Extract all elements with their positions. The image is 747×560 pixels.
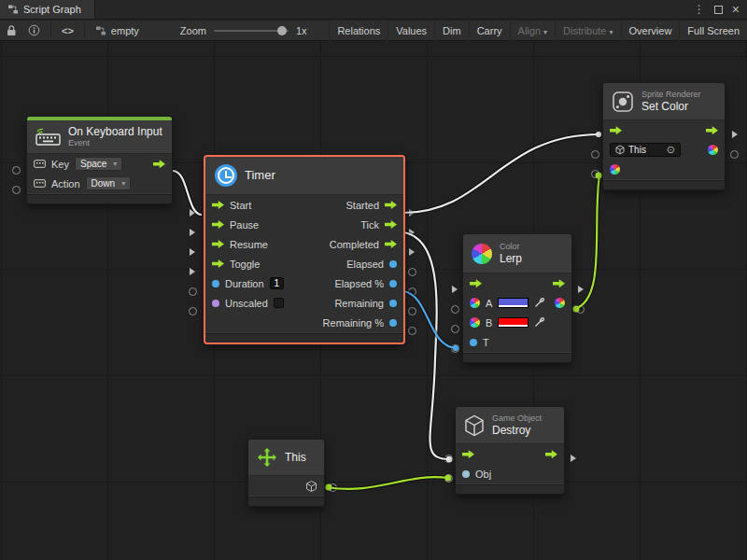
ext-port-timer-toggle[interactable] bbox=[190, 268, 195, 275]
eyedropper-icon[interactable] bbox=[534, 317, 544, 328]
node-timer[interactable]: Timer Start Started Pause Tick Resume Co… bbox=[204, 155, 405, 344]
ext-port-setcolor-out-value[interactable] bbox=[730, 150, 739, 159]
ext-port-timer-elapsed[interactable] bbox=[408, 268, 416, 276]
color-in-port[interactable] bbox=[610, 164, 620, 175]
object-icon bbox=[615, 145, 625, 155]
ext-port-lerp-a[interactable] bbox=[451, 305, 459, 314]
remaining-port[interactable] bbox=[389, 300, 397, 307]
node-category: Sprite Renderer bbox=[641, 90, 701, 100]
graph-asset-indicator: empty bbox=[90, 25, 145, 36]
code-view-button[interactable]: <> bbox=[56, 25, 79, 36]
node-subtitle: Event bbox=[68, 138, 162, 148]
duration-port[interactable] bbox=[212, 280, 219, 287]
action-icon bbox=[34, 179, 46, 188]
color-b-swatch[interactable] bbox=[498, 317, 529, 328]
t-port[interactable] bbox=[470, 339, 477, 346]
ext-port-timer-resume[interactable] bbox=[190, 248, 195, 256]
flow-in-port[interactable] bbox=[470, 279, 482, 287]
flow-out-port[interactable] bbox=[553, 279, 565, 287]
color-a-swatch[interactable] bbox=[498, 298, 529, 308]
keycode-icon bbox=[34, 160, 46, 168]
ext-port-action[interactable] bbox=[12, 186, 21, 194]
a-port[interactable] bbox=[470, 298, 480, 308]
start-port[interactable] bbox=[212, 201, 224, 209]
ext-port-lerp-b[interactable] bbox=[451, 325, 459, 333]
node-destroy[interactable]: Game Object Destroy Obj bbox=[455, 406, 565, 495]
maximize-icon[interactable] bbox=[714, 6, 723, 14]
ext-port-timer-duration[interactable] bbox=[189, 287, 197, 296]
target-object-field[interactable]: This ⊙ bbox=[610, 143, 681, 157]
ext-port-timer-remaining[interactable] bbox=[408, 307, 416, 315]
node-color-lerp[interactable]: Color Lerp A B T bbox=[462, 233, 572, 363]
relations-button[interactable]: Relations bbox=[329, 21, 388, 41]
values-button[interactable]: Values bbox=[388, 21, 434, 41]
unscaled-port[interactable] bbox=[212, 300, 219, 307]
b-port[interactable] bbox=[470, 317, 480, 328]
obj-port[interactable] bbox=[462, 470, 470, 478]
zoom-slider[interactable] bbox=[214, 30, 289, 32]
ext-port-lerp-flow-out[interactable] bbox=[578, 286, 584, 293]
node-on-keyboard-input[interactable]: On Keyboard Input Event Key Space ▾ bbox=[26, 116, 173, 204]
result-port[interactable] bbox=[555, 298, 565, 308]
move-arrows-icon bbox=[257, 447, 277, 468]
sprite-renderer-icon bbox=[612, 91, 634, 113]
info-icon bbox=[28, 24, 40, 36]
node-footer bbox=[27, 193, 172, 203]
ext-port-timer-pause[interactable] bbox=[190, 229, 195, 236]
started-port[interactable] bbox=[385, 201, 397, 209]
action-dropdown-value: Down bbox=[92, 178, 116, 189]
flow-in-port[interactable] bbox=[610, 126, 622, 134]
tab-script-graph[interactable]: Script Graph bbox=[0, 0, 95, 19]
pause-port[interactable] bbox=[212, 220, 224, 229]
unscaled-checkbox[interactable] bbox=[274, 298, 284, 308]
action-dropdown[interactable]: Down ▾ bbox=[86, 176, 132, 190]
ext-port-timer-unscaled[interactable] bbox=[189, 307, 197, 315]
flow-out-port[interactable] bbox=[153, 160, 165, 168]
tab-title: Script Graph bbox=[23, 4, 81, 15]
info-button[interactable] bbox=[22, 24, 46, 36]
ext-port-setcolor-this[interactable] bbox=[591, 150, 599, 159]
flow-out-port[interactable] bbox=[706, 126, 718, 134]
fullscreen-button[interactable]: Full Screen bbox=[679, 21, 747, 41]
carry-button[interactable]: Carry bbox=[469, 21, 510, 41]
eyedropper-icon[interactable] bbox=[534, 298, 544, 308]
lock-button[interactable] bbox=[0, 24, 22, 36]
ext-port-timer-remaining-pct[interactable] bbox=[408, 327, 416, 335]
key-dropdown[interactable]: Space ▾ bbox=[75, 157, 122, 171]
lock-icon bbox=[6, 24, 17, 36]
distribute-button[interactable]: Distribute▾ bbox=[555, 21, 620, 41]
elapsed-pct-port[interactable] bbox=[389, 280, 397, 287]
resume-port[interactable] bbox=[212, 240, 224, 248]
ext-port-key[interactable] bbox=[12, 166, 21, 175]
align-button[interactable]: Align▾ bbox=[510, 21, 555, 41]
duration-field[interactable]: 1 bbox=[270, 277, 285, 289]
tick-port[interactable] bbox=[385, 220, 397, 229]
completed-port[interactable] bbox=[385, 240, 397, 248]
remaining-pct-port[interactable] bbox=[389, 319, 397, 327]
zoom-slider-knob[interactable] bbox=[277, 26, 287, 35]
color-wheel-icon bbox=[472, 244, 492, 264]
node-this[interactable]: This bbox=[247, 439, 325, 507]
dim-button[interactable]: Dim bbox=[434, 21, 469, 41]
elapsed-port[interactable] bbox=[389, 260, 397, 268]
window-menu-icon[interactable]: ⋮ bbox=[694, 4, 705, 15]
completed-label: Completed bbox=[330, 239, 379, 250]
graph-canvas[interactable]: On Keyboard Input Event Key Space ▾ bbox=[0, 41, 747, 560]
toggle-port[interactable] bbox=[212, 259, 224, 268]
elapsed-label: Elapsed bbox=[346, 259, 384, 270]
ext-port-timer-completed[interactable] bbox=[409, 248, 415, 256]
color-out-port[interactable] bbox=[708, 145, 718, 155]
game-object-port-icon[interactable] bbox=[305, 480, 317, 493]
chevron-down-icon: ▾ bbox=[610, 28, 613, 36]
close-icon[interactable]: × bbox=[732, 3, 740, 16]
flow-in-port[interactable] bbox=[462, 450, 474, 458]
graph-status-label: empty bbox=[111, 25, 139, 36]
node-set-color[interactable]: Sprite Renderer Set Color This ⊙ bbox=[602, 82, 726, 190]
ext-port-lerp-flow-in[interactable] bbox=[452, 286, 458, 293]
flow-out-port[interactable] bbox=[545, 450, 557, 458]
object-picker-icon[interactable]: ⊙ bbox=[667, 145, 675, 155]
ext-port-destroy-flow-out[interactable] bbox=[571, 455, 576, 462]
overview-button[interactable]: Overview bbox=[621, 21, 680, 41]
ext-port-setcolor-flow-out[interactable] bbox=[732, 131, 738, 138]
pause-label: Pause bbox=[230, 219, 259, 231]
